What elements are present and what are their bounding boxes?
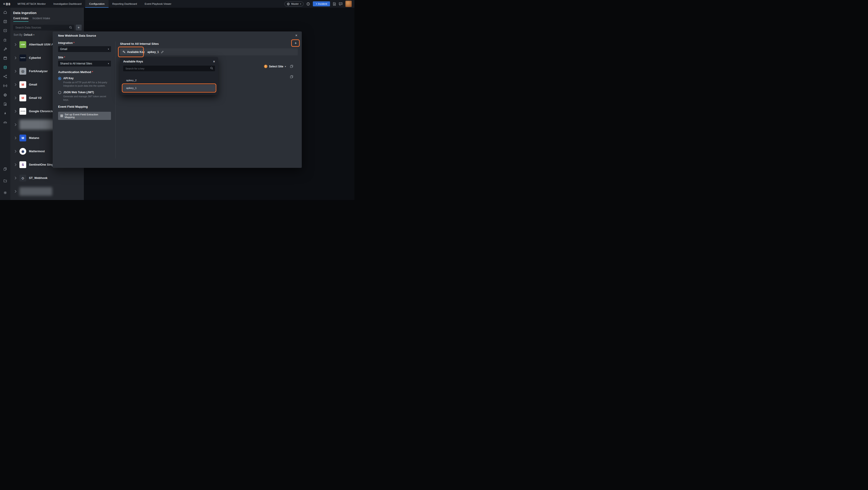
jwt-desc: Generate and manage JWT token secret key… [63, 95, 110, 102]
radio-jwt[interactable]: JSON Web Token (JWT) Generate and manage… [58, 91, 111, 102]
integration-row[interactable] [10, 184, 84, 198]
modal-left-column: Integration* Gmail▾ Site* Shared to All … [58, 41, 111, 120]
jwt-label: JSON Web Token (JWT) [63, 91, 110, 94]
add-key-button[interactable]: + [293, 40, 299, 46]
tab-event-intake[interactable]: Event Intake [13, 17, 29, 22]
chevron-right-icon[interactable] [14, 70, 18, 73]
integration-select[interactable]: Gmail▾ [58, 46, 111, 52]
radio-unselected-icon[interactable] [58, 91, 61, 94]
integration-icon: Cyberint [20, 55, 26, 61]
integration-icon: ◇ [20, 175, 26, 181]
integration-icon: ◎ [20, 68, 26, 75]
chat-button[interactable] [339, 2, 342, 6]
modal-close-button[interactable]: × [294, 33, 299, 38]
key-list: apikey_2apikey_1 [123, 77, 215, 91]
copy-url-button-2[interactable] [290, 75, 293, 78]
sort-value: Default [24, 33, 32, 36]
sidebar-item-copy[interactable] [0, 164, 10, 174]
d3-logo[interactable]: ≡D3 [0, 0, 14, 8]
nav-configuration[interactable]: Configuration [85, 0, 108, 8]
integration-name: CyberInt [29, 56, 41, 59]
sidebar-item-search-document[interactable] [0, 99, 10, 109]
key-item-apikey_2[interactable]: apikey_2 [123, 77, 215, 83]
integration-icon: M [20, 94, 26, 102]
new-webhook-modal: New Webhook Data Source × Integration* G… [53, 31, 302, 168]
add-data-source-button[interactable]: + [76, 25, 82, 31]
new-incident-button[interactable]: + Incident [313, 1, 330, 6]
chevron-right-icon[interactable] [14, 43, 18, 46]
chevron-right-icon[interactable] [14, 163, 18, 166]
nav-mitre-attck-monitor[interactable]: MITRE ATT&CK Monitor [14, 0, 50, 8]
chevron-right-icon[interactable] [14, 96, 18, 99]
calendar-check-icon [3, 20, 7, 24]
integration-row[interactable]: ◇ST_Webhook [10, 171, 84, 184]
broadcast-icon [3, 84, 7, 88]
sidebar-item-globe[interactable] [0, 90, 10, 99]
master-site-selector[interactable]: Master ▾ [284, 2, 304, 6]
signal-arcs-icon [3, 120, 7, 124]
database-icon [3, 65, 7, 69]
site-select[interactable]: Shared to All Internal Sites▾ [58, 61, 111, 66]
radio-api-key[interactable]: API Key Provide an HTTP push API for a 3… [58, 77, 111, 87]
chevron-right-icon[interactable] [14, 57, 18, 59]
chevron-down-icon: ▾ [108, 62, 109, 65]
site-label: Site* [58, 56, 111, 59]
nav-investigation-dashboard[interactable]: Investigation Dashboard [50, 0, 85, 8]
radio-selected-icon[interactable] [58, 77, 61, 80]
popover-close-button[interactable]: × [213, 60, 215, 63]
sidebar-item-tools[interactable] [0, 44, 10, 54]
lightning-icon [3, 111, 7, 115]
setup-field-mapping-button[interactable]: Set up Event Field Extraction Mapping [58, 112, 111, 120]
search-data-sources-input[interactable] [13, 25, 74, 31]
copy-cards-icon [3, 167, 7, 171]
sidebar-item-signal[interactable] [0, 118, 10, 127]
user-avatar[interactable] [345, 1, 352, 7]
key-search-input[interactable] [123, 66, 215, 71]
sidebar-item-integrations[interactable] [0, 35, 10, 45]
chevron-right-icon[interactable] [14, 190, 18, 193]
sidebar-item-schedule[interactable] [0, 54, 10, 63]
sidebar-item-automation[interactable] [0, 109, 10, 118]
panel-title: Data Ingestion [10, 8, 84, 17]
sidebar-item-data-ingestion[interactable] [0, 63, 10, 72]
documents-button[interactable] [333, 2, 336, 6]
select-site-dropdown[interactable]: ! Select Site ▾ [264, 65, 286, 68]
selected-key-field[interactable]: apikey_1 [145, 49, 298, 55]
copy-url-button-1[interactable] [290, 65, 293, 68]
nav-reporting-dashboard[interactable]: Reporting Dashboard [108, 0, 141, 8]
sort-dropdown[interactable]: Default▾ [24, 33, 34, 36]
integration-select-value: Gmail [60, 48, 67, 51]
search-icon [69, 26, 72, 29]
sidebar-item-media-player[interactable] [0, 26, 10, 35]
sidebar-item-folder[interactable] [0, 176, 10, 185]
chevron-right-icon[interactable] [14, 83, 18, 86]
chevron-right-icon[interactable] [14, 137, 18, 139]
auth-method-heading: Authentication Method* [58, 70, 111, 74]
nav-event-playbook-viewer[interactable]: Event Playbook Viewer [141, 0, 175, 8]
folder-icon [3, 179, 7, 183]
sidebar-item-broadcast[interactable] [0, 81, 10, 90]
chevron-right-icon[interactable] [14, 150, 18, 153]
chevron-right-icon[interactable] [14, 110, 18, 113]
popover-title: Available Keys [123, 60, 143, 63]
sidebar-item-share[interactable] [0, 72, 10, 81]
integration-icon: ◉ [20, 148, 26, 155]
sidebar-item-calendar-check[interactable] [0, 17, 10, 26]
shared-sites-heading: Shared to All Internal Sites [120, 42, 159, 46]
available-keys-button[interactable]: Available Keys [120, 49, 149, 55]
chevron-right-icon[interactable] [14, 177, 18, 179]
info-button[interactable] [307, 2, 310, 6]
sidebar-item-settings[interactable] [0, 188, 10, 197]
sidebar-item-home[interactable] [0, 8, 10, 17]
integration-label: Integration* [58, 41, 111, 45]
globe-stand-icon [3, 93, 7, 97]
globe-icon [287, 2, 290, 5]
edit-pencil-icon[interactable] [161, 51, 164, 53]
event-field-mapping-heading: Event Field Mapping [58, 105, 111, 108]
info-icon [307, 2, 310, 6]
integration-name: ST_Webhook [29, 176, 48, 180]
key-item-apikey_1[interactable]: apikey_1 [123, 85, 215, 91]
tab-incident-intake[interactable]: Incident Intake [33, 17, 50, 22]
chevron-right-icon[interactable] [14, 123, 18, 126]
copy-icon [290, 65, 293, 68]
